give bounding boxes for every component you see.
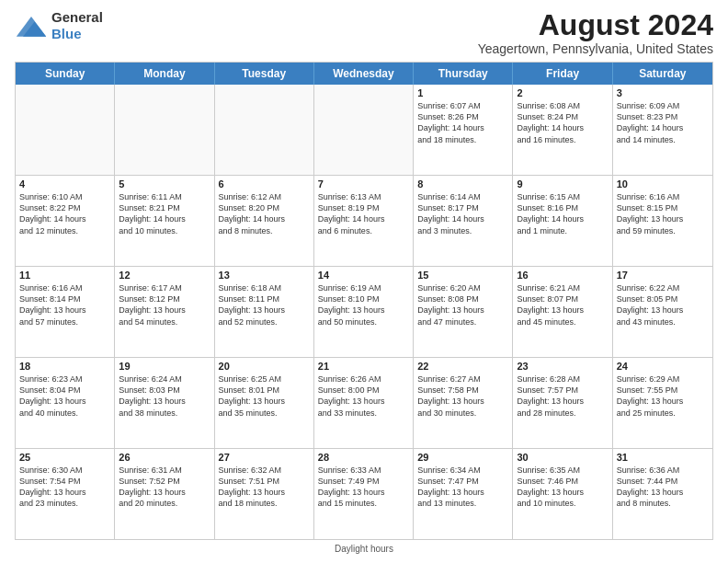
day-number: 13 <box>219 270 310 281</box>
calendar-cell <box>215 85 314 175</box>
calendar-cell: 13Sunrise: 6:18 AM Sunset: 8:11 PM Dayli… <box>215 267 314 357</box>
day-number: 10 <box>617 178 709 190</box>
day-number: 23 <box>517 361 608 372</box>
day-number: 26 <box>119 452 210 463</box>
day-number: 31 <box>617 452 709 463</box>
day-number: 1 <box>417 87 508 98</box>
day-number: 4 <box>19 178 110 190</box>
header-cell-friday: Friday <box>513 63 612 85</box>
logo-blue: Blue <box>51 26 82 41</box>
cell-details: Sunrise: 6:08 AM Sunset: 8:24 PM Dayligh… <box>517 100 608 145</box>
day-number: 18 <box>19 361 110 372</box>
logo-area: General Blue <box>15 9 103 42</box>
calendar-row-2: 4Sunrise: 6:10 AM Sunset: 8:22 PM Daylig… <box>16 176 712 267</box>
day-number: 15 <box>417 270 508 281</box>
cell-details: Sunrise: 6:23 AM Sunset: 8:04 PM Dayligh… <box>19 373 110 419</box>
day-number: 22 <box>417 361 508 372</box>
calendar-cell: 7Sunrise: 6:13 AM Sunset: 8:19 PM Daylig… <box>314 176 414 266</box>
calendar-cell: 2Sunrise: 6:08 AM Sunset: 8:24 PM Daylig… <box>513 85 612 175</box>
day-number: 11 <box>19 270 110 281</box>
cell-details: Sunrise: 6:10 AM Sunset: 8:22 PM Dayligh… <box>19 191 110 236</box>
cell-details: Sunrise: 6:27 AM Sunset: 7:58 PM Dayligh… <box>417 373 508 419</box>
cell-details: Sunrise: 6:24 AM Sunset: 8:03 PM Dayligh… <box>119 373 210 419</box>
cell-details: Sunrise: 6:36 AM Sunset: 7:44 PM Dayligh… <box>617 465 709 510</box>
calendar-cell: 21Sunrise: 6:26 AM Sunset: 8:00 PM Dayli… <box>314 358 414 448</box>
day-number: 12 <box>119 270 210 281</box>
day-number: 19 <box>119 361 210 372</box>
calendar-row-4: 18Sunrise: 6:23 AM Sunset: 8:04 PM Dayli… <box>16 358 712 449</box>
page: General Blue August 2024 Yeagertown, Pen… <box>0 0 728 563</box>
calendar-cell: 25Sunrise: 6:30 AM Sunset: 7:54 PM Dayli… <box>16 449 115 539</box>
calendar-cell: 23Sunrise: 6:28 AM Sunset: 7:57 PM Dayli… <box>513 358 612 448</box>
header-cell-thursday: Thursday <box>414 63 513 85</box>
cell-details: Sunrise: 6:25 AM Sunset: 8:01 PM Dayligh… <box>219 373 310 419</box>
main-title: August 2024 <box>478 9 713 41</box>
cell-details: Sunrise: 6:15 AM Sunset: 8:16 PM Dayligh… <box>517 191 608 236</box>
day-number: 24 <box>617 361 709 372</box>
day-number: 5 <box>119 178 210 190</box>
cell-details: Sunrise: 6:11 AM Sunset: 8:21 PM Dayligh… <box>119 191 210 236</box>
calendar-cell: 8Sunrise: 6:14 AM Sunset: 8:17 PM Daylig… <box>414 176 513 266</box>
calendar-cell: 5Sunrise: 6:11 AM Sunset: 8:21 PM Daylig… <box>115 176 214 266</box>
calendar-cell: 14Sunrise: 6:19 AM Sunset: 8:10 PM Dayli… <box>314 267 414 357</box>
calendar-cell: 10Sunrise: 6:16 AM Sunset: 8:15 PM Dayli… <box>613 176 712 266</box>
calendar-cell: 27Sunrise: 6:32 AM Sunset: 7:51 PM Dayli… <box>215 449 314 539</box>
cell-details: Sunrise: 6:28 AM Sunset: 7:57 PM Dayligh… <box>517 373 608 419</box>
day-number: 20 <box>219 361 310 372</box>
calendar-row-1: 1Sunrise: 6:07 AM Sunset: 8:26 PM Daylig… <box>16 85 712 176</box>
header-cell-sunday: Sunday <box>16 63 115 85</box>
calendar-cell: 20Sunrise: 6:25 AM Sunset: 8:01 PM Dayli… <box>215 358 314 448</box>
day-number: 8 <box>417 178 508 190</box>
cell-details: Sunrise: 6:33 AM Sunset: 7:49 PM Dayligh… <box>318 465 409 510</box>
calendar-cell: 17Sunrise: 6:22 AM Sunset: 8:05 PM Dayli… <box>613 267 712 357</box>
cell-details: Sunrise: 6:34 AM Sunset: 7:47 PM Dayligh… <box>417 465 508 510</box>
cell-details: Sunrise: 6:22 AM Sunset: 8:05 PM Dayligh… <box>617 282 709 327</box>
calendar-cell: 4Sunrise: 6:10 AM Sunset: 8:22 PM Daylig… <box>16 176 115 266</box>
calendar-cell: 9Sunrise: 6:15 AM Sunset: 8:16 PM Daylig… <box>513 176 612 266</box>
calendar-cell <box>115 85 214 175</box>
cell-details: Sunrise: 6:16 AM Sunset: 8:14 PM Dayligh… <box>19 282 110 327</box>
calendar-row-5: 25Sunrise: 6:30 AM Sunset: 7:54 PM Dayli… <box>16 449 712 539</box>
subtitle: Yeagertown, Pennsylvania, United States <box>478 41 713 56</box>
day-number: 28 <box>318 452 409 463</box>
cell-details: Sunrise: 6:09 AM Sunset: 8:23 PM Dayligh… <box>617 100 709 145</box>
cell-details: Sunrise: 6:35 AM Sunset: 7:46 PM Dayligh… <box>517 465 608 510</box>
calendar-cell: 22Sunrise: 6:27 AM Sunset: 7:58 PM Dayli… <box>414 358 513 448</box>
calendar-cell: 3Sunrise: 6:09 AM Sunset: 8:23 PM Daylig… <box>613 85 712 175</box>
cell-details: Sunrise: 6:12 AM Sunset: 8:20 PM Dayligh… <box>219 191 310 236</box>
cell-details: Sunrise: 6:32 AM Sunset: 7:51 PM Dayligh… <box>219 465 310 510</box>
header: General Blue August 2024 Yeagertown, Pen… <box>15 9 713 56</box>
cell-details: Sunrise: 6:19 AM Sunset: 8:10 PM Dayligh… <box>318 282 409 327</box>
header-cell-tuesday: Tuesday <box>215 63 314 85</box>
header-cell-wednesday: Wednesday <box>314 63 414 85</box>
header-cell-saturday: Saturday <box>613 63 712 85</box>
day-number: 17 <box>617 270 709 281</box>
cell-details: Sunrise: 6:16 AM Sunset: 8:15 PM Dayligh… <box>617 191 709 236</box>
day-number: 6 <box>219 178 310 190</box>
calendar-cell <box>16 85 115 175</box>
calendar-cell: 24Sunrise: 6:29 AM Sunset: 7:55 PM Dayli… <box>613 358 712 448</box>
day-number: 9 <box>517 178 608 190</box>
logo: General Blue <box>15 9 103 42</box>
day-number: 16 <box>517 270 608 281</box>
calendar-cell: 1Sunrise: 6:07 AM Sunset: 8:26 PM Daylig… <box>414 85 513 175</box>
calendar-cell: 6Sunrise: 6:12 AM Sunset: 8:20 PM Daylig… <box>215 176 314 266</box>
cell-details: Sunrise: 6:07 AM Sunset: 8:26 PM Dayligh… <box>417 100 508 145</box>
calendar-cell: 11Sunrise: 6:16 AM Sunset: 8:14 PM Dayli… <box>16 267 115 357</box>
day-number: 3 <box>617 87 709 98</box>
calendar-cell: 16Sunrise: 6:21 AM Sunset: 8:07 PM Dayli… <box>513 267 612 357</box>
calendar-header: SundayMondayTuesdayWednesdayThursdayFrid… <box>16 63 712 85</box>
calendar: SundayMondayTuesdayWednesdayThursdayFrid… <box>15 62 713 540</box>
cell-details: Sunrise: 6:29 AM Sunset: 7:55 PM Dayligh… <box>617 373 709 419</box>
cell-details: Sunrise: 6:13 AM Sunset: 8:19 PM Dayligh… <box>318 191 409 236</box>
calendar-cell: 29Sunrise: 6:34 AM Sunset: 7:47 PM Dayli… <box>414 449 513 539</box>
title-area: August 2024 Yeagertown, Pennsylvania, Un… <box>478 9 713 56</box>
calendar-body: 1Sunrise: 6:07 AM Sunset: 8:26 PM Daylig… <box>16 85 712 539</box>
calendar-cell: 28Sunrise: 6:33 AM Sunset: 7:49 PM Dayli… <box>314 449 414 539</box>
calendar-cell <box>314 85 414 175</box>
day-number: 2 <box>517 87 608 98</box>
calendar-row-3: 11Sunrise: 6:16 AM Sunset: 8:14 PM Dayli… <box>16 267 712 358</box>
cell-details: Sunrise: 6:20 AM Sunset: 8:08 PM Dayligh… <box>417 282 508 327</box>
header-cell-monday: Monday <box>115 63 214 85</box>
logo-text: General Blue <box>51 9 103 42</box>
